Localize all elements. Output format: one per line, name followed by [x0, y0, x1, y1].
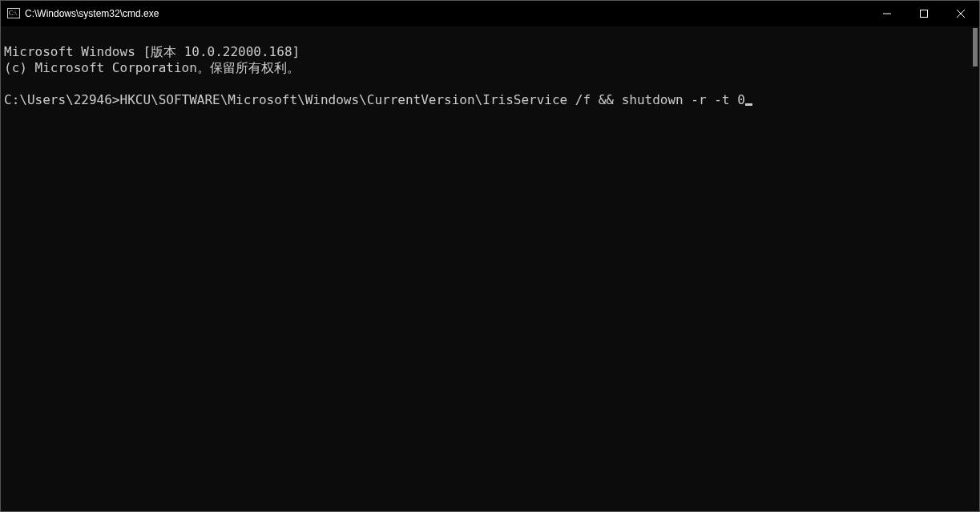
terminal-output-line: (c) Microsoft Corporation。保留所有权利。	[4, 60, 300, 75]
window-controls	[869, 1, 979, 26]
cmd-icon: C:\	[7, 7, 20, 20]
svg-text:C:\: C:\	[9, 10, 18, 17]
terminal-output-line: Microsoft Windows [版本 10.0.22000.168]	[4, 44, 300, 59]
close-button[interactable]	[942, 1, 979, 26]
cursor-icon	[745, 103, 752, 106]
terminal-prompt-line: C:\Users\22946>HKCU\SOFTWARE\Microsoft\W…	[4, 92, 752, 107]
window-title: C:\Windows\system32\cmd.exe	[25, 8, 159, 19]
terminal-prompt: C:\Users\22946>	[4, 92, 120, 107]
terminal-command[interactable]: HKCU\SOFTWARE\Microsoft\Windows\CurrentV…	[120, 92, 745, 107]
minimize-button[interactable]	[869, 1, 905, 26]
titlebar[interactable]: C:\ C:\Windows\system32\cmd.exe	[1, 1, 979, 26]
svg-rect-3	[921, 10, 928, 18]
scrollbar-thumb[interactable]	[973, 28, 978, 67]
terminal-area[interactable]: Microsoft Windows [版本 10.0.22000.168] (c…	[1, 26, 979, 511]
maximize-button[interactable]	[905, 1, 942, 26]
